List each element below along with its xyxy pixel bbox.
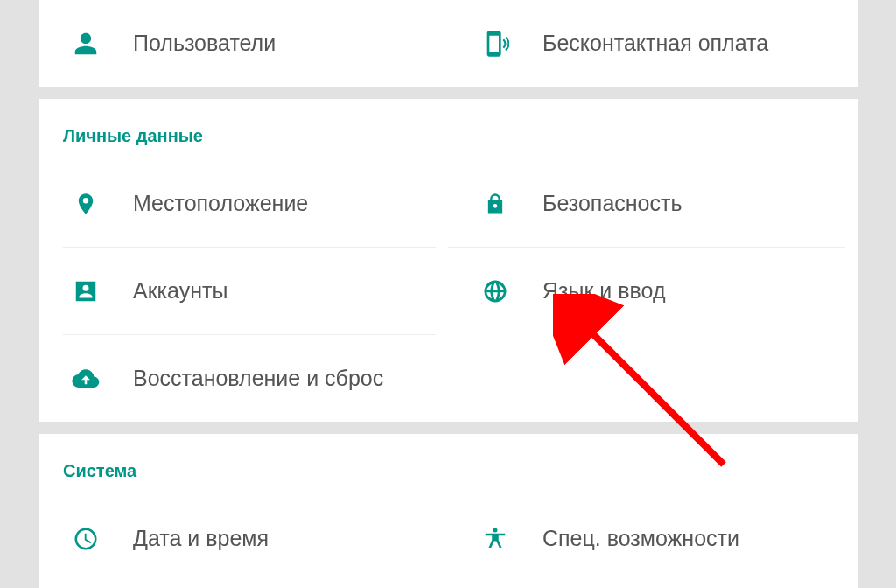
settings-item-location[interactable]: Местоположение [38,160,448,247]
settings-item-backup-reset[interactable]: Восстановление и сброс [38,335,448,422]
settings-item-label: Дата и время [133,526,269,551]
settings-item-label: Аккаунты [133,278,228,304]
settings-item-users[interactable]: Пользователи [38,0,448,87]
settings-item-label: Бесконтактная оплата [542,31,768,56]
cloud-upload-icon [38,366,133,392]
section-title: Система [63,461,136,481]
divider-gap [38,422,858,434]
settings-item-accounts[interactable]: Аккаунты [38,248,448,334]
settings-group-top: Пользователи Бесконтактная оплата [38,0,858,87]
settings-item-label: Язык и ввод [542,278,666,304]
accessibility-icon [448,525,542,553]
settings-item-security[interactable]: Безопасность [448,160,858,247]
settings-group-system: Система Дата и время Спец. возможности [38,434,858,588]
settings-item-contactless-payment[interactable]: Бесконтактная оплата [448,0,858,87]
section-header-system: Система [38,434,858,495]
settings-item-label: Местоположение [133,191,308,216]
person-icon [38,31,133,57]
settings-item-label: Безопасность [542,191,682,216]
section-title: Личные данные [63,126,203,146]
settings-item-accessibility[interactable]: Спец. возможности [448,495,858,582]
divider-gap [38,87,858,99]
location-icon [38,190,133,218]
clock-icon [38,526,133,552]
settings-item-label: Восстановление и сброс [133,366,383,391]
account-box-icon [38,278,133,304]
settings-item-label: Спец. возможности [542,526,739,551]
tap-and-pay-icon [448,30,542,58]
globe-icon [448,278,542,304]
lock-icon [448,190,542,218]
section-header-personal: Личные данные [38,99,858,160]
settings-screen: Пользователи Бесконтактная оплата Личные… [38,0,858,588]
settings-item-label: Пользователи [133,31,276,56]
settings-group-personal: Личные данные Местоположение Аккаунты [38,99,858,422]
settings-item-date-time[interactable]: Дата и время [38,495,448,582]
settings-item-language-input[interactable]: Язык и ввод [448,248,858,334]
